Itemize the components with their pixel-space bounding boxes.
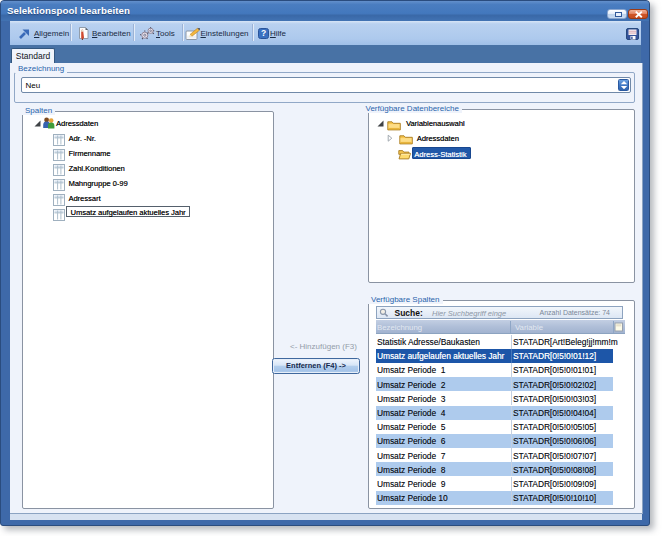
svg-text:?: ?	[261, 28, 266, 38]
